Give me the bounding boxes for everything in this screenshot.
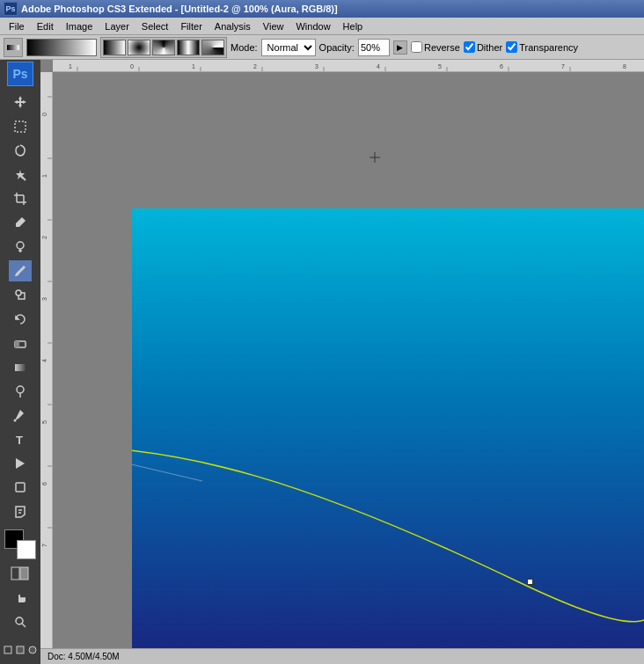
dither-checkbox[interactable] <box>464 41 475 53</box>
eraser-btn[interactable] <box>9 332 32 354</box>
magic-wand-btn[interactable] <box>9 164 32 185</box>
transparency-label: Transparency <box>519 42 578 53</box>
current-tool-icon <box>4 38 23 57</box>
toolbar: Ps <box>0 60 40 664</box>
notes-btn[interactable] <box>9 501 32 522</box>
transparency-checkbox-wrap: Transparency <box>506 41 578 53</box>
gradient-preview[interactable] <box>26 39 97 56</box>
svg-point-27 <box>16 617 23 624</box>
document-canvas[interactable] <box>132 208 644 664</box>
canvas-container[interactable]: 1 0 1 2 3 4 5 6 7 8 <box>40 60 644 664</box>
menu-edit[interactable]: Edit <box>32 19 59 33</box>
svg-line-28 <box>22 624 26 627</box>
path-select-btn[interactable] <box>9 453 32 474</box>
svg-text:0: 0 <box>41 113 48 116</box>
doc-info: Doc: 4.50M/4.50M <box>48 652 120 661</box>
svg-point-17 <box>17 386 24 393</box>
svg-text:8: 8 <box>623 63 626 69</box>
svg-text:2: 2 <box>41 236 48 239</box>
screen-mode-buttons <box>3 638 38 662</box>
reflected-gradient-btn[interactable] <box>177 40 200 55</box>
svg-text:7: 7 <box>561 63 565 69</box>
svg-rect-32 <box>53 60 644 72</box>
menu-layer[interactable]: Layer <box>99 19 135 33</box>
menu-file[interactable]: File <box>4 19 30 33</box>
svg-rect-29 <box>4 646 11 653</box>
clone-stamp-btn[interactable] <box>9 284 32 305</box>
healing-brush-btn[interactable] <box>9 237 32 258</box>
menu-view[interactable]: View <box>258 19 289 33</box>
zoom-btn[interactable] <box>9 611 32 632</box>
standard-screen-btn[interactable] <box>3 638 13 661</box>
menu-select[interactable]: Select <box>136 19 174 33</box>
menu-analysis[interactable]: Analysis <box>209 19 256 33</box>
svg-text:1: 1 <box>69 63 72 69</box>
mode-select[interactable]: Normal <box>261 39 316 56</box>
opacity-input[interactable] <box>358 39 390 56</box>
svg-rect-2 <box>15 121 26 132</box>
menu-window[interactable]: Window <box>290 19 335 33</box>
svg-marker-13 <box>16 317 18 319</box>
statusbar: Doc: 4.50M/4.50M <box>40 648 644 664</box>
brush-btn[interactable] <box>9 260 32 281</box>
svg-rect-15 <box>15 341 19 347</box>
gradient-fill <box>132 208 644 664</box>
reverse-checkbox-wrap: Reverse <box>411 41 460 53</box>
dither-label: Dither <box>477 42 502 53</box>
opacity-arrow-btn[interactable]: ▶ <box>393 40 407 55</box>
shape-btn[interactable] <box>9 477 32 498</box>
pen-tool-btn[interactable] <box>9 405 32 426</box>
titlebar: Ps Adobe Photoshop CS3 Extended - [Untit… <box>0 0 644 18</box>
menu-image[interactable]: Image <box>61 19 99 33</box>
dodge-burn-btn[interactable] <box>9 381 32 402</box>
vertical-ruler: 0 1 2 3 4 5 6 7 <box>40 72 53 664</box>
opacity-label: Opacity: <box>319 42 355 53</box>
linear-gradient-btn[interactable] <box>103 40 126 55</box>
svg-text:5: 5 <box>438 63 442 69</box>
type-btn[interactable]: T <box>9 429 32 450</box>
svg-text:6: 6 <box>500 63 503 69</box>
full-screen-btn[interactable] <box>27 638 38 661</box>
angle-gradient-btn[interactable] <box>152 40 175 55</box>
background-color[interactable] <box>17 540 36 559</box>
color-swatches[interactable] <box>4 529 36 559</box>
svg-text:T: T <box>16 434 23 447</box>
dither-checkbox-wrap: Dither <box>464 41 502 53</box>
svg-text:2: 2 <box>253 63 257 69</box>
path-anchor-right[interactable] <box>527 579 533 585</box>
transparency-checkbox[interactable] <box>506 41 517 53</box>
menubar: File Edit Image Layer Select Filter Anal… <box>0 18 644 35</box>
app-title: Adobe Photoshop CS3 Extended - [Untitled… <box>21 4 338 14</box>
ps-logo: Ps <box>7 62 33 86</box>
hand-tool-btn[interactable] <box>9 587 32 608</box>
quick-mask-btn[interactable] <box>9 563 32 584</box>
lasso-tool-btn[interactable] <box>9 140 32 161</box>
svg-rect-25 <box>11 567 19 580</box>
reverse-label: Reverse <box>424 42 460 53</box>
ps-app-icon: Ps <box>4 2 18 16</box>
move-tool-btn[interactable] <box>9 91 32 113</box>
options-bar: Mode: Normal Opacity: ▶ Reverse Dither T… <box>0 35 644 60</box>
svg-rect-30 <box>17 646 24 653</box>
history-brush-btn[interactable] <box>9 309 32 330</box>
svg-text:6: 6 <box>41 482 48 485</box>
svg-text:3: 3 <box>41 297 48 301</box>
diamond-gradient-btn[interactable] <box>201 40 224 55</box>
menu-help[interactable]: Help <box>338 19 369 33</box>
svg-text:3: 3 <box>315 63 318 69</box>
horizontal-ruler: 1 0 1 2 3 4 5 6 7 8 <box>53 60 644 72</box>
full-screen-menu-btn[interactable] <box>15 638 26 661</box>
eyedropper-btn[interactable] <box>9 212 32 233</box>
marquee-tool-btn[interactable] <box>9 116 32 137</box>
reverse-checkbox[interactable] <box>411 41 422 53</box>
gradient-tool-btn[interactable] <box>9 356 32 377</box>
menu-filter[interactable]: Filter <box>175 19 207 33</box>
crop-tool-btn[interactable] <box>9 188 32 209</box>
work-area[interactable] <box>53 72 644 664</box>
svg-marker-1 <box>14 96 26 108</box>
svg-text:1: 1 <box>192 63 195 69</box>
svg-rect-16 <box>15 364 26 371</box>
svg-text:7: 7 <box>41 544 48 547</box>
radial-gradient-btn[interactable] <box>128 40 150 55</box>
svg-point-31 <box>29 646 36 653</box>
